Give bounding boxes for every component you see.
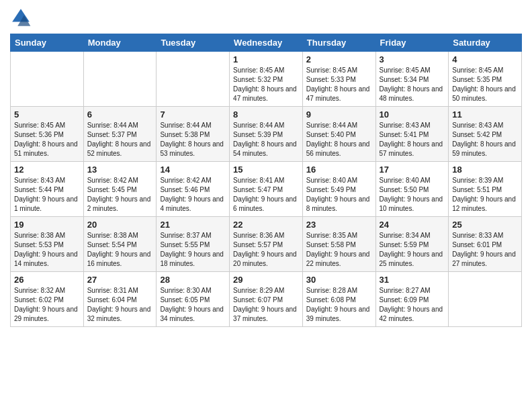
day-number: 1	[233, 54, 299, 64]
calendar-cell	[449, 272, 522, 327]
day-number: 20	[87, 220, 153, 230]
cell-content: Sunrise: 8:43 AM Sunset: 5:41 PM Dayligh…	[380, 121, 445, 158]
calendar-cell: 1Sunrise: 8:45 AM Sunset: 5:32 PM Daylig…	[230, 52, 303, 107]
calendar-cell: 7Sunrise: 8:44 AM Sunset: 5:38 PM Daylig…	[157, 107, 230, 162]
cell-content: Sunrise: 8:45 AM Sunset: 5:33 PM Dayligh…	[306, 66, 372, 103]
calendar-cell: 28Sunrise: 8:30 AM Sunset: 6:05 PM Dayli…	[157, 272, 230, 327]
calendar-cell: 17Sunrise: 8:40 AM Sunset: 5:50 PM Dayli…	[375, 162, 449, 217]
calendar-cell: 18Sunrise: 8:39 AM Sunset: 5:51 PM Dayli…	[449, 162, 522, 217]
cell-content: Sunrise: 8:45 AM Sunset: 5:35 PM Dayligh…	[452, 66, 518, 103]
cell-content: Sunrise: 8:44 AM Sunset: 5:38 PM Dayligh…	[160, 121, 226, 158]
day-number: 10	[380, 109, 445, 120]
day-number: 2	[306, 54, 372, 64]
day-number: 6	[87, 109, 153, 120]
calendar-cell: 14Sunrise: 8:42 AM Sunset: 5:46 PM Dayli…	[157, 162, 230, 217]
calendar-cell: 10Sunrise: 8:43 AM Sunset: 5:41 PM Dayli…	[375, 107, 449, 162]
day-number: 11	[452, 109, 518, 120]
day-number: 5	[14, 109, 80, 120]
page: SundayMondayTuesdayWednesdayThursdayFrid…	[0, 0, 532, 411]
calendar-cell: 23Sunrise: 8:35 AM Sunset: 5:58 PM Dayli…	[302, 217, 375, 272]
day-number: 15	[233, 165, 299, 175]
cell-content: Sunrise: 8:30 AM Sunset: 6:05 PM Dayligh…	[160, 286, 226, 324]
cell-content: Sunrise: 8:42 AM Sunset: 5:45 PM Dayligh…	[87, 176, 153, 214]
day-number: 23	[306, 220, 372, 230]
calendar-cell: 16Sunrise: 8:40 AM Sunset: 5:49 PM Dayli…	[302, 162, 375, 217]
cell-content: Sunrise: 8:35 AM Sunset: 5:58 PM Dayligh…	[306, 231, 372, 269]
calendar-cell	[11, 52, 84, 107]
week-row-3: 19Sunrise: 8:38 AM Sunset: 5:53 PM Dayli…	[11, 217, 522, 272]
day-number: 22	[233, 220, 299, 230]
day-number: 3	[380, 54, 445, 64]
calendar-cell: 3Sunrise: 8:45 AM Sunset: 5:34 PM Daylig…	[375, 52, 449, 107]
day-number: 19	[14, 220, 80, 230]
calendar-cell: 12Sunrise: 8:43 AM Sunset: 5:44 PM Dayli…	[11, 162, 84, 217]
day-number: 30	[306, 275, 372, 285]
cell-content: Sunrise: 8:28 AM Sunset: 6:08 PM Dayligh…	[306, 286, 372, 324]
cell-content: Sunrise: 8:40 AM Sunset: 5:50 PM Dayligh…	[380, 176, 445, 214]
cell-content: Sunrise: 8:33 AM Sunset: 6:01 PM Dayligh…	[452, 231, 518, 269]
svg-marker-0	[12, 9, 30, 21]
cell-content: Sunrise: 8:44 AM Sunset: 5:37 PM Dayligh…	[87, 121, 153, 158]
calendar-cell: 19Sunrise: 8:38 AM Sunset: 5:53 PM Dayli…	[11, 217, 84, 272]
day-number: 24	[380, 220, 445, 230]
cell-content: Sunrise: 8:41 AM Sunset: 5:47 PM Dayligh…	[233, 176, 299, 214]
day-number: 16	[306, 165, 372, 175]
calendar-table: SundayMondayTuesdayWednesdayThursdayFrid…	[10, 34, 522, 327]
calendar-cell	[83, 52, 157, 107]
day-number: 21	[160, 220, 226, 230]
weekday-header-row: SundayMondayTuesdayWednesdayThursdayFrid…	[11, 34, 522, 52]
cell-content: Sunrise: 8:39 AM Sunset: 5:51 PM Dayligh…	[452, 176, 518, 214]
logo	[10, 7, 34, 28]
weekday-header-friday: Friday	[375, 34, 449, 52]
calendar-cell: 24Sunrise: 8:34 AM Sunset: 5:59 PM Dayli…	[375, 217, 449, 272]
day-number: 13	[87, 165, 153, 175]
day-number: 4	[452, 54, 518, 64]
calendar-cell: 15Sunrise: 8:41 AM Sunset: 5:47 PM Dayli…	[230, 162, 303, 217]
calendar-cell: 2Sunrise: 8:45 AM Sunset: 5:33 PM Daylig…	[302, 52, 375, 107]
calendar-cell: 11Sunrise: 8:43 AM Sunset: 5:42 PM Dayli…	[449, 107, 522, 162]
week-row-1: 5Sunrise: 8:45 AM Sunset: 5:36 PM Daylig…	[11, 107, 522, 162]
cell-content: Sunrise: 8:38 AM Sunset: 5:53 PM Dayligh…	[14, 231, 80, 269]
day-number: 25	[452, 220, 518, 230]
week-row-2: 12Sunrise: 8:43 AM Sunset: 5:44 PM Dayli…	[11, 162, 522, 217]
cell-content: Sunrise: 8:27 AM Sunset: 6:09 PM Dayligh…	[380, 286, 445, 324]
weekday-header-thursday: Thursday	[302, 34, 375, 52]
cell-content: Sunrise: 8:43 AM Sunset: 5:42 PM Dayligh…	[452, 121, 518, 158]
calendar-cell: 27Sunrise: 8:31 AM Sunset: 6:04 PM Dayli…	[83, 272, 157, 327]
calendar-cell: 30Sunrise: 8:28 AM Sunset: 6:08 PM Dayli…	[302, 272, 375, 327]
day-number: 28	[160, 275, 226, 285]
cell-content: Sunrise: 8:31 AM Sunset: 6:04 PM Dayligh…	[87, 286, 153, 324]
calendar-cell: 29Sunrise: 8:29 AM Sunset: 6:07 PM Dayli…	[230, 272, 303, 327]
calendar-cell: 8Sunrise: 8:44 AM Sunset: 5:39 PM Daylig…	[230, 107, 303, 162]
day-number: 29	[233, 275, 299, 285]
day-number: 26	[14, 275, 80, 285]
cell-content: Sunrise: 8:38 AM Sunset: 5:54 PM Dayligh…	[87, 231, 153, 269]
calendar-cell: 25Sunrise: 8:33 AM Sunset: 6:01 PM Dayli…	[449, 217, 522, 272]
cell-content: Sunrise: 8:32 AM Sunset: 6:02 PM Dayligh…	[14, 286, 80, 324]
cell-content: Sunrise: 8:45 AM Sunset: 5:36 PM Dayligh…	[14, 121, 80, 158]
cell-content: Sunrise: 8:45 AM Sunset: 5:34 PM Dayligh…	[380, 66, 445, 103]
day-number: 9	[306, 109, 372, 120]
logo-icon	[10, 7, 32, 28]
cell-content: Sunrise: 8:34 AM Sunset: 5:59 PM Dayligh…	[380, 231, 445, 269]
weekday-header-sunday: Sunday	[11, 34, 84, 52]
weekday-header-tuesday: Tuesday	[157, 34, 230, 52]
weekday-header-monday: Monday	[83, 34, 157, 52]
day-number: 12	[14, 165, 80, 175]
calendar-cell: 4Sunrise: 8:45 AM Sunset: 5:35 PM Daylig…	[449, 52, 522, 107]
weekday-header-saturday: Saturday	[449, 34, 522, 52]
day-number: 8	[233, 109, 299, 120]
calendar-cell: 20Sunrise: 8:38 AM Sunset: 5:54 PM Dayli…	[83, 217, 157, 272]
cell-content: Sunrise: 8:45 AM Sunset: 5:32 PM Dayligh…	[233, 66, 299, 103]
cell-content: Sunrise: 8:37 AM Sunset: 5:55 PM Dayligh…	[160, 231, 226, 269]
weekday-header-wednesday: Wednesday	[230, 34, 303, 52]
cell-content: Sunrise: 8:43 AM Sunset: 5:44 PM Dayligh…	[14, 176, 80, 214]
cell-content: Sunrise: 8:29 AM Sunset: 6:07 PM Dayligh…	[233, 286, 299, 324]
day-number: 27	[87, 275, 153, 285]
day-number: 14	[160, 165, 226, 175]
cell-content: Sunrise: 8:44 AM Sunset: 5:40 PM Dayligh…	[306, 121, 372, 158]
calendar-cell: 9Sunrise: 8:44 AM Sunset: 5:40 PM Daylig…	[302, 107, 375, 162]
day-number: 18	[452, 165, 518, 175]
cell-content: Sunrise: 8:44 AM Sunset: 5:39 PM Dayligh…	[233, 121, 299, 158]
cell-content: Sunrise: 8:36 AM Sunset: 5:57 PM Dayligh…	[233, 231, 299, 269]
